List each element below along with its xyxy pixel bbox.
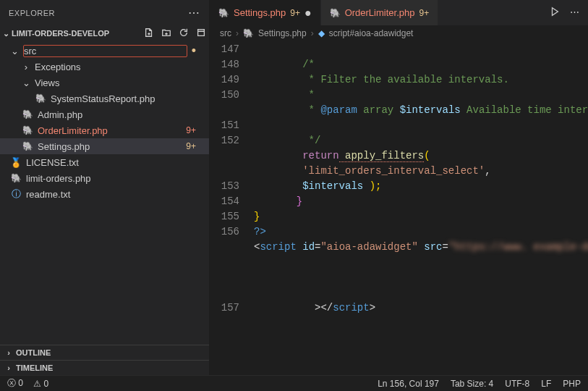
file-label: readme.txt: [26, 189, 209, 200]
tab-label: OrderLimiter.php: [345, 7, 415, 18]
more-icon[interactable]: ⋯: [570, 7, 579, 19]
tab-label: Settings.php: [234, 7, 286, 18]
php-icon: [22, 109, 33, 119]
chevron-down-icon: ⌄: [10, 46, 19, 56]
tree-folder-views[interactable]: ⌄ Views: [0, 75, 209, 91]
git-badge: 9+: [186, 141, 196, 151]
tree-file-settings[interactable]: Settings.php 9+: [0, 138, 209, 154]
project-name: LIMIT-ORDERS-DEVELOP: [12, 29, 109, 38]
new-file-icon[interactable]: [144, 28, 154, 39]
status-eol[interactable]: LF: [541, 379, 551, 389]
tab-orderlimiter[interactable]: OrderLimiter.php 9+: [321, 0, 439, 25]
chevron-right-icon: ›: [311, 28, 314, 38]
folder-label: Exceptions: [35, 62, 209, 72]
php-icon: [218, 7, 229, 18]
chevron-right-icon: ›: [236, 28, 239, 38]
file-label: SystemStatusReport.php: [51, 93, 209, 104]
refresh-icon[interactable]: [179, 28, 189, 39]
explorer-title: EXPLORER: [9, 9, 55, 17]
explorer-header: EXPLORER ⋯: [0, 0, 209, 25]
tab-bar: Settings.php 9+ ● OrderLimiter.php 9+ ⋯: [210, 0, 588, 25]
status-language[interactable]: PHP: [563, 379, 581, 389]
php-icon: [243, 28, 254, 38]
php-icon: [35, 93, 46, 104]
project-header[interactable]: ⌄ LIMIT-ORDERS-DEVELOP: [0, 25, 209, 41]
tree-file[interactable]: 🏅 LICENSE.txt: [0, 154, 209, 170]
new-folder-icon[interactable]: [161, 28, 171, 39]
chevron-right-icon: ›: [4, 348, 13, 357]
tree-folder-src[interactable]: ⌄ src •: [0, 43, 209, 59]
php-icon: [10, 173, 22, 183]
tree-folder-exceptions[interactable]: › Exceptions: [0, 59, 209, 75]
status-warnings[interactable]: ⚠ 0: [33, 379, 48, 389]
status-encoding[interactable]: UTF-8: [505, 379, 529, 389]
chevron-right-icon: ›: [22, 62, 30, 72]
line-gutter: 147 148 149 150 151 152 153 154 155 156 …: [210, 42, 250, 375]
tree-file[interactable]: limit-orders.php: [0, 170, 209, 186]
error-icon: ⓧ: [7, 378, 16, 388]
warning-icon: ⚠: [33, 379, 41, 389]
php-icon: [22, 141, 33, 151]
file-tree: ⌄ src • › Exceptions ⌄ Views SystemStatu…: [0, 41, 209, 345]
breadcrumb-part[interactable]: Settings.php: [258, 28, 307, 38]
chevron-down-icon: ⌄: [22, 77, 30, 88]
info-icon: ⓘ: [10, 188, 22, 201]
chevron-right-icon: ›: [4, 363, 13, 372]
php-icon: [22, 125, 33, 135]
file-label: Admin.php: [38, 109, 209, 120]
outline-section[interactable]: › OUTLINE: [0, 345, 209, 360]
status-tabsize[interactable]: Tab Size: 4: [451, 379, 493, 389]
symbol-icon: ◆: [318, 28, 325, 38]
breadcrumb-part[interactable]: src: [220, 28, 231, 38]
code-content[interactable]: /* * Filter the available intervals. * *…: [250, 42, 588, 375]
file-label: limit-orders.php: [26, 173, 209, 184]
license-icon: 🏅: [10, 157, 22, 168]
breadcrumb-part[interactable]: script#aioa-adawidget: [329, 28, 414, 38]
breadcrumb[interactable]: src › Settings.php › ◆ script#aioa-adawi…: [210, 25, 588, 42]
tree-file[interactable]: ⓘ readme.txt: [0, 186, 209, 202]
folder-label: Views: [35, 77, 209, 88]
section-label: OUTLINE: [16, 348, 51, 357]
more-icon[interactable]: ⋯: [188, 6, 200, 20]
file-label: Settings.php: [38, 141, 182, 152]
sidebar: EXPLORER ⋯ ⌄ LIMIT-ORDERS-DEVELOP ⌄ src …: [0, 0, 210, 375]
file-label: LICENSE.txt: [26, 157, 209, 168]
section-label: TIMELINE: [16, 363, 53, 372]
tab-settings[interactable]: Settings.php 9+ ●: [210, 0, 321, 25]
editor-body[interactable]: 147 148 149 150 151 152 153 154 155 156 …: [210, 42, 588, 375]
collapse-icon[interactable]: [196, 28, 206, 39]
file-label: OrderLimiter.php: [38, 125, 182, 136]
php-icon: [330, 7, 341, 18]
timeline-section[interactable]: › TIMELINE: [0, 360, 209, 375]
run-icon[interactable]: [550, 7, 560, 19]
tab-badge: 9+: [290, 8, 300, 18]
status-errors[interactable]: ⓧ 0: [7, 377, 23, 390]
tree-file[interactable]: Admin.php: [0, 106, 209, 122]
tab-badge: 9+: [419, 8, 429, 18]
status-cursor[interactable]: Ln 156, Col 197: [378, 379, 439, 389]
tree-file[interactable]: SystemStatusReport.php: [0, 91, 209, 106]
editor-area: Settings.php 9+ ● OrderLimiter.php 9+ ⋯ …: [210, 0, 588, 375]
folder-label: src: [23, 45, 187, 57]
chevron-down-icon: ⌄: [1, 29, 10, 38]
git-badge: 9+: [186, 125, 196, 135]
tree-file-orderlimiter[interactable]: OrderLimiter.php 9+: [0, 122, 209, 138]
status-bar: ⓧ 0 ⚠ 0 Ln 156, Col 197 Tab Size: 4 UTF-…: [0, 375, 588, 391]
